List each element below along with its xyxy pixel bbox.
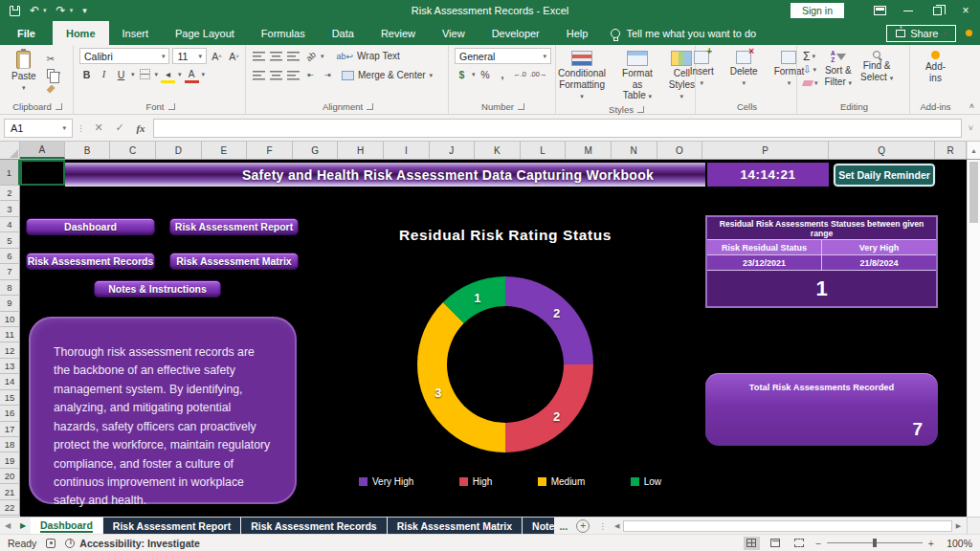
clipboard-dialog-launcher-icon[interactable] <box>56 103 62 110</box>
share-button[interactable]: Share ▾ <box>886 25 956 42</box>
font-name-combo[interactable]: Calibri▾ <box>79 48 169 64</box>
row-header-20[interactable]: 20 <box>0 469 20 484</box>
vertical-scrollbar-thumb[interactable] <box>969 162 978 223</box>
alignment-dialog-launcher-icon[interactable] <box>367 103 373 110</box>
top-align-icon[interactable] <box>252 49 266 63</box>
column-header-A[interactable]: A <box>20 142 65 159</box>
minimize-button[interactable] <box>894 0 923 21</box>
row-header-1[interactable]: 1 <box>0 160 20 186</box>
decrease-font-icon[interactable]: A˅ <box>227 49 241 63</box>
set-daily-reminder-button[interactable]: Set Daily Reminder <box>834 164 935 187</box>
enter-formula-icon[interactable]: ✓ <box>111 121 128 134</box>
column-header-K[interactable]: K <box>475 142 521 159</box>
column-header-R[interactable]: R <box>935 142 967 159</box>
row-header-4[interactable]: 4 <box>0 217 20 232</box>
row-header-10[interactable]: 10 <box>0 312 20 327</box>
font-color-button[interactable]: A <box>185 67 199 81</box>
underline-button[interactable]: U <box>114 67 128 81</box>
sheet-tab-note[interactable]: Note <box>523 518 554 534</box>
ribbon-tab-review[interactable]: Review <box>368 21 429 45</box>
clear-button[interactable]: ▾ <box>803 77 818 89</box>
conditional-formatting-button[interactable]: ConditionalFormatting ▾ <box>552 48 612 104</box>
row-header-12[interactable]: 12 <box>0 342 20 358</box>
row-header-18[interactable]: 18 <box>0 437 20 452</box>
column-header-B[interactable]: B <box>65 142 111 159</box>
close-button[interactable]: × <box>951 0 980 21</box>
format-painter-button[interactable] <box>47 82 61 96</box>
row-header-3[interactable]: 3 <box>0 201 20 216</box>
sort-filter-button[interactable]: AZ Sort &Filter ▾ <box>823 48 855 90</box>
number-format-combo[interactable]: General▾ <box>455 48 551 64</box>
column-header-P[interactable]: P <box>702 142 829 159</box>
vertical-scrollbar[interactable] <box>967 160 980 517</box>
formula-input[interactable] <box>153 119 962 138</box>
comma-style-icon[interactable]: , <box>496 67 510 81</box>
column-header-H[interactable]: H <box>338 142 384 159</box>
autosum-button[interactable]: Σ▾ <box>803 50 818 62</box>
row-header-14[interactable]: 14 <box>0 374 20 389</box>
customize-qat-icon[interactable]: ▾ <box>82 6 87 15</box>
borders-dropdown-icon[interactable]: ▾ <box>155 71 159 78</box>
scroll-right-icon[interactable]: ▶ <box>952 519 965 532</box>
selected-cell-a1[interactable] <box>20 160 65 186</box>
row-header-21[interactable]: 21 <box>0 484 20 499</box>
zoom-in-icon[interactable]: + <box>928 538 934 549</box>
nav-button-notes-instructions[interactable]: Notes & Instructions <box>94 280 221 298</box>
increase-indent-icon[interactable]: ⇥ <box>321 68 335 82</box>
zoom-level[interactable]: 100% <box>942 538 972 549</box>
row-header-16[interactable]: 16 <box>0 406 20 421</box>
sheet-tab-risk-assessment-report[interactable]: Risk Assessment Report <box>103 518 240 534</box>
bold-button[interactable]: B <box>79 67 94 81</box>
ribbon-tab-formulas[interactable]: Formulas <box>248 21 319 45</box>
accessibility-status[interactable]: Accessibility: Investigate <box>65 538 199 549</box>
zoom-slider-thumb[interactable] <box>873 539 877 547</box>
align-right-icon[interactable] <box>286 68 301 82</box>
column-header-D[interactable]: D <box>156 142 202 159</box>
undo-dropdown-icon[interactable]: ▾ <box>43 7 47 14</box>
row-header-8[interactable]: 8 <box>0 280 20 296</box>
ribbon-tab-data[interactable]: Data <box>319 21 368 45</box>
accounting-format-icon[interactable]: $ <box>455 67 469 81</box>
decrease-indent-icon[interactable]: ⇤ <box>303 68 318 82</box>
ribbon-tab-file[interactable]: File <box>0 21 53 45</box>
normal-view-button[interactable] <box>744 537 760 550</box>
fill-button[interactable]: ⇩▾ <box>803 63 818 76</box>
cancel-formula-icon[interactable]: ✕ <box>90 121 107 134</box>
row-header-7[interactable]: 7 <box>0 264 20 279</box>
decrease-decimal-icon[interactable]: .00→ <box>530 67 547 81</box>
styles-dialog-launcher-icon[interactable] <box>637 106 644 113</box>
italic-button[interactable]: I <box>97 67 111 81</box>
column-header-F[interactable]: F <box>247 142 293 159</box>
copy-button[interactable]: ▾ <box>47 67 61 80</box>
delete-cells-button[interactable]: Delete▾ <box>724 48 764 90</box>
save-icon[interactable] <box>10 6 20 16</box>
borders-button[interactable] <box>138 67 152 81</box>
sheet-tab-dashboard[interactable]: Dashboard <box>31 518 102 534</box>
scroll-up-icon[interactable]: ▲ <box>967 142 980 159</box>
format-as-table-button[interactable]: Format asTable ▾ <box>616 48 658 104</box>
nav-button-risk-assessment-matrix[interactable]: Risk Assessment Matrix <box>169 253 299 270</box>
fill-color-button[interactable]: ◂ <box>161 67 175 81</box>
restore-button[interactable] <box>923 0 951 21</box>
row-header-15[interactable]: 15 <box>0 390 20 406</box>
percent-style-icon[interactable]: % <box>479 67 493 81</box>
fill-color-dropdown-icon[interactable]: ▾ <box>178 71 182 78</box>
column-header-N[interactable]: N <box>612 142 657 159</box>
tell-me-box[interactable]: Tell me what you want to do <box>601 21 766 45</box>
increase-font-icon[interactable]: A˄ <box>210 49 224 63</box>
merge-center-button[interactable]: Merge & Center ▾ <box>342 67 433 83</box>
wrap-text-button[interactable]: ab↩ Wrap Text <box>337 48 400 64</box>
column-header-G[interactable]: G <box>293 142 339 159</box>
row-header-6[interactable]: 6 <box>0 249 20 264</box>
orientation-icon[interactable]: ab <box>301 46 321 66</box>
sheet-tab-risk-assessment-records[interactable]: Risk Assessment Records <box>241 518 387 534</box>
align-left-icon[interactable] <box>252 68 266 82</box>
row-header-11[interactable]: 11 <box>0 327 20 342</box>
column-header-M[interactable]: M <box>566 142 612 159</box>
underline-dropdown-icon[interactable]: ▾ <box>131 71 135 78</box>
nav-button-dashboard[interactable]: Dashboard <box>26 218 155 235</box>
new-sheet-button[interactable]: + <box>576 519 590 533</box>
font-size-combo[interactable]: 11▾ <box>172 48 207 64</box>
column-header-Q[interactable]: Q <box>829 142 935 159</box>
column-header-E[interactable]: E <box>202 142 248 159</box>
